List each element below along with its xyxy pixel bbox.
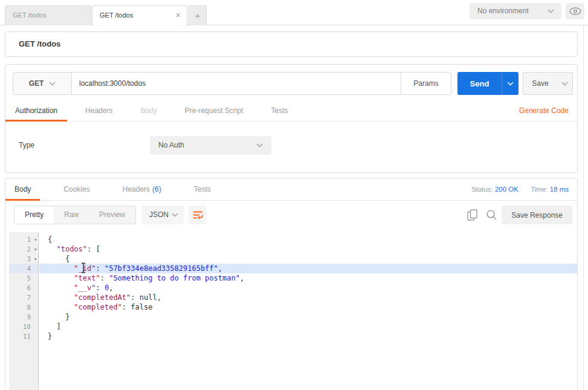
code-line[interactable]: "__v": 0,: [48, 283, 577, 293]
close-icon[interactable]: ×: [176, 6, 181, 25]
tab-label: GET /todos: [100, 11, 133, 19]
code-line[interactable]: "completedAt": null,: [48, 293, 577, 302]
search-icon: [486, 209, 497, 221]
tab-body[interactable]: Body: [131, 100, 166, 121]
line-number: 11: [9, 331, 38, 341]
code-line[interactable]: {: [48, 254, 577, 264]
window-right-divider: [583, 0, 584, 390]
copy-response-button[interactable]: [467, 209, 477, 223]
text-cursor-icon: [80, 262, 86, 276]
auth-type-label: Type: [19, 136, 34, 155]
line-number[interactable]: 2▾: [9, 244, 38, 254]
line-number: 9: [9, 312, 38, 322]
fold-caret-icon: ▾: [31, 237, 37, 242]
format-value: JSON: [149, 210, 169, 219]
tab-response-headers[interactable]: Headers(6): [114, 178, 170, 200]
line-number[interactable]: 3▾: [9, 254, 38, 264]
tab-cookies[interactable]: Cookies: [54, 178, 99, 200]
editor-code[interactable]: { "todos": [ { "_id": "57bf334e8ead33582…: [39, 232, 577, 390]
view-mode-pretty[interactable]: Pretty: [15, 206, 54, 224]
request-tabs: Authorization Headers Body Pre-request S…: [5, 100, 577, 122]
response-toolbar: Pretty Raw Preview JSON Save Response: [5, 201, 577, 229]
auth-type-dropdown[interactable]: No Auth: [150, 136, 271, 155]
response-panel: Body Cookies Headers(6) Tests Status: 20…: [5, 178, 578, 390]
chevron-down-icon: [172, 213, 178, 217]
tab-label: Headers: [123, 185, 150, 193]
send-button[interactable]: Send: [457, 72, 502, 95]
chevron-down-icon: [507, 82, 514, 86]
request-title-bar: GET /todos: [5, 31, 578, 57]
page-title: GET /todos: [19, 32, 60, 56]
environment-selector-label: No environment: [477, 7, 529, 15]
method-dropdown[interactable]: GET: [13, 72, 72, 95]
view-mode-raw[interactable]: Raw: [54, 206, 89, 224]
view-mode-preview[interactable]: Preview: [89, 206, 135, 224]
view-mode-switch: Pretty Raw Preview: [14, 206, 136, 224]
code-line[interactable]: {: [48, 235, 577, 244]
fold-caret-icon: ▾: [31, 247, 37, 252]
tab-response-body[interactable]: Body: [5, 178, 40, 200]
code-line[interactable]: }: [48, 312, 577, 322]
code-line[interactable]: "_id": "57bf334e8ead335829165bff",: [39, 264, 577, 273]
chevron-down-icon: [561, 82, 568, 86]
time-value: 18 ms: [550, 186, 569, 193]
response-status-bar: Status: 200 OK Time: 18 ms: [471, 178, 569, 201]
line-number: 7: [9, 293, 38, 302]
response-tabs: Body Cookies Headers(6) Tests Status: 20…: [5, 178, 577, 201]
line-number: 10: [9, 322, 38, 331]
method-label: GET: [29, 79, 44, 88]
search-response-button[interactable]: [486, 209, 497, 223]
environment-selector[interactable]: No environment: [470, 3, 561, 19]
fold-caret-icon: ▾: [31, 256, 37, 262]
time-label: Time:: [531, 186, 548, 193]
send-options-button[interactable]: [502, 72, 519, 95]
code-line[interactable]: "completed": false: [48, 302, 577, 312]
code-line[interactable]: "text": "Something to do from postman",: [48, 273, 577, 283]
code-line[interactable]: "todos": [: [48, 244, 577, 254]
tab-tests[interactable]: Tests: [261, 100, 297, 121]
chevron-down-icon: [49, 82, 56, 86]
tab-label: GET /todos: [13, 11, 46, 19]
tab-bar: GET /todos GET /todos × + No environment: [0, 0, 588, 25]
editor-gutter: 1▾2▾3▾4567891011: [9, 232, 39, 390]
word-wrap-icon: [193, 210, 203, 219]
headers-count-badge: (6): [152, 185, 161, 193]
tab-authorization[interactable]: Authorization: [5, 100, 67, 121]
copy-icon: [467, 209, 477, 221]
chevron-down-icon: [548, 9, 554, 13]
request-tab-active[interactable]: GET /todos ×: [92, 5, 187, 26]
save-options-button[interactable]: [557, 72, 573, 95]
code-line[interactable]: }: [48, 331, 577, 341]
code-line[interactable]: ]: [48, 322, 577, 331]
line-number: 6: [9, 283, 38, 293]
word-wrap-button[interactable]: [189, 206, 207, 224]
line-number: 5: [9, 273, 38, 283]
line-number[interactable]: 1▾: [9, 235, 38, 244]
status-label: Status:: [471, 186, 493, 193]
request-tab[interactable]: GET /todos: [5, 5, 91, 25]
request-builder: GET Params Send Save Authorization Heade…: [5, 64, 578, 173]
eye-icon: [569, 7, 581, 15]
params-button[interactable]: Params: [401, 72, 451, 95]
environment-quick-look-button[interactable]: [566, 3, 584, 19]
tab-response-tests[interactable]: Tests: [185, 178, 220, 200]
save-button[interactable]: Save: [523, 72, 558, 95]
new-tab-button[interactable]: +: [189, 5, 207, 25]
save-response-button[interactable]: Save Response: [502, 206, 572, 224]
status-value: 200 OK: [495, 186, 519, 193]
generate-code-link[interactable]: Generate Code: [519, 100, 569, 122]
line-number: 8: [9, 302, 38, 312]
auth-type-value: No Auth: [158, 141, 184, 149]
tab-pre-request-script[interactable]: Pre-request Script: [175, 100, 253, 121]
tab-headers[interactable]: Headers: [76, 100, 122, 121]
format-dropdown[interactable]: JSON: [141, 206, 184, 224]
response-body-editor: 1▾2▾3▾4567891011 { "todos": [ { "_id": "…: [5, 232, 577, 390]
line-number: 4: [9, 264, 38, 273]
chevron-down-icon: [256, 143, 263, 148]
url-input[interactable]: [71, 72, 401, 95]
